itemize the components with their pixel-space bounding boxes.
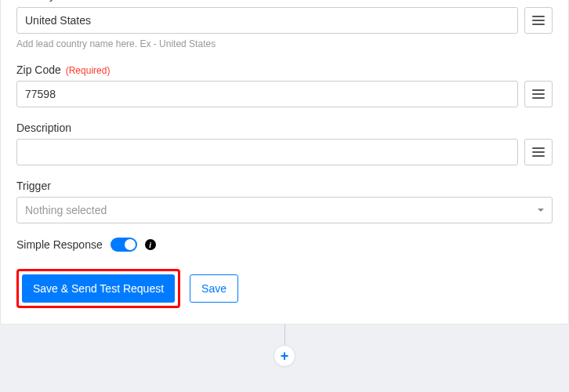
info-icon[interactable]: i [145,239,156,250]
add-step-button[interactable]: + [274,345,295,367]
zip-options-button[interactable] [524,81,553,107]
simple-response-toggle[interactable] [111,238,137,252]
description-field-group: Description [16,122,553,165]
trigger-placeholder: Nothing selected [25,204,107,216]
toggle-knob [125,239,136,250]
description-input-row [16,139,553,165]
zip-input-row [16,81,553,107]
primary-button-highlight: Save & Send Test Request [16,269,180,308]
trigger-field-group: Trigger Nothing selected [16,180,553,223]
country-input-row [16,7,553,34]
description-input[interactable] [16,139,518,165]
chevron-down-icon [538,209,544,212]
country-field-group: Country Add lead country name here. Ex -… [16,0,553,49]
simple-response-label: Simple Response [16,238,103,251]
country-input[interactable] [16,7,518,34]
country-label: Country [16,0,553,1]
zip-field-group: Zip Code (Required) [16,64,553,107]
zip-label: Zip Code (Required) [16,64,553,76]
save-send-test-button[interactable]: Save & Send Test Request [22,274,175,303]
zip-input[interactable] [16,81,518,107]
form-card: Country Add lead country name here. Ex -… [0,0,569,325]
save-button[interactable]: Save [190,274,238,303]
button-row: Save & Send Test Request Save [16,269,553,308]
trigger-select[interactable]: Nothing selected [16,197,553,223]
zip-required-tag: (Required) [66,65,111,76]
zip-label-text: Zip Code [16,64,61,76]
simple-response-row: Simple Response i [16,238,553,252]
trigger-label: Trigger [16,180,553,192]
description-options-button[interactable] [524,139,553,165]
country-options-button[interactable] [524,7,553,34]
country-help-text: Add lead country name here. Ex - United … [16,38,553,49]
connector-area: + [0,325,569,372]
description-label: Description [16,122,553,134]
